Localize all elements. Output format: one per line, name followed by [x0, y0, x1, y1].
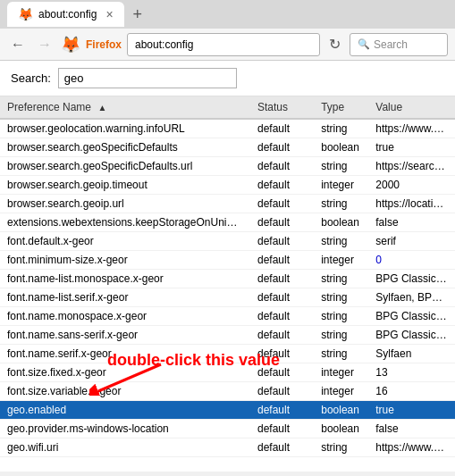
search-row: Search:	[0, 61, 455, 96]
pref-name: browser.search.geoSpecificDefaults.url	[0, 157, 250, 176]
address-bar[interactable]: about:config	[127, 33, 320, 56]
pref-name: browser.search.geoip.url	[0, 195, 250, 213]
table-row[interactable]: geo.provider.ms-windows-locationdefaultb…	[0, 420, 455, 438]
table-row[interactable]: browser.search.geoip.urldefaultstringhtt…	[0, 195, 455, 213]
pref-name: font.size.variable.x-geor	[0, 382, 250, 401]
pref-name: extensions.webextensions.keepStorageOnUn…	[0, 213, 250, 232]
forward-button[interactable]: →	[34, 34, 55, 55]
pref-value: https://www.googl	[368, 438, 455, 457]
table-row[interactable]: extensions.webextensions.keepStorageOnUn…	[0, 213, 455, 232]
new-tab-button[interactable]: +	[128, 5, 148, 24]
pref-type: string	[314, 195, 368, 213]
table-row[interactable]: browser.search.geoip.timeoutdefaultinteg…	[0, 176, 455, 195]
search-icon: 🔍	[358, 38, 370, 50]
tab-close-button[interactable]: ×	[105, 7, 113, 21]
table-row[interactable]: browser.search.geoSpecificDefaultsdefaul…	[0, 138, 455, 157]
pref-status: default	[250, 438, 314, 457]
pref-value: 0	[368, 251, 455, 270]
table-row[interactable]: geo.enableddefaultbooleantrue	[0, 401, 455, 420]
pref-name: font.size.fixed.x-geor	[0, 363, 250, 382]
pref-type: integer	[314, 176, 368, 195]
table-row[interactable]: font.default.x-geordefaultstringserif	[0, 232, 455, 251]
pref-name: font.name.monospace.x-geor	[0, 307, 250, 326]
pref-type: integer	[314, 382, 368, 401]
pref-type: string	[314, 232, 368, 251]
pref-status: default	[250, 307, 314, 326]
pref-type: string	[314, 270, 368, 288]
pref-type: string	[314, 438, 368, 457]
pref-type: string	[314, 326, 368, 345]
col-header-status[interactable]: Status	[250, 96, 314, 119]
pref-name: font.default.x-geor	[0, 232, 250, 251]
pref-value: false	[368, 213, 455, 232]
table-row[interactable]: font.size.variable.x-geordefaultinteger1…	[0, 382, 455, 401]
pref-status: default	[250, 270, 314, 288]
table-row[interactable]: browser.geolocation.warning.infoURLdefau…	[0, 119, 455, 138]
table-row[interactable]: font.name.sans-serif.x-geordefaultstring…	[0, 326, 455, 345]
table-header-row: Preference Name ▲ Status Type Value	[0, 96, 455, 119]
pref-type: integer	[314, 251, 368, 270]
pref-type: boolean	[314, 138, 368, 157]
col-header-value[interactable]: Value	[368, 96, 455, 119]
pref-type: boolean	[314, 420, 368, 438]
col-header-type[interactable]: Type	[314, 96, 368, 119]
search-input[interactable]	[58, 68, 237, 88]
active-tab[interactable]: 🦊 about:config ×	[7, 2, 124, 27]
pref-value: 2000	[368, 176, 455, 195]
nav-bar: ← → 🦊 Firefox about:config ↻ 🔍 Search	[0, 29, 455, 61]
sort-arrow: ▲	[97, 103, 106, 113]
pref-type: string	[314, 288, 368, 307]
pref-value: serif	[368, 232, 455, 251]
pref-type: string	[314, 345, 368, 363]
pref-status: default	[250, 157, 314, 176]
col-header-name[interactable]: Preference Name ▲	[0, 96, 250, 119]
pref-type: integer	[314, 363, 368, 382]
page-content: Search: double-click this value Preferen…	[0, 61, 455, 472]
back-button[interactable]: ←	[7, 34, 29, 55]
firefox-logo: 🦊	[61, 35, 80, 54]
pref-value: true	[368, 401, 455, 420]
pref-value: 16	[368, 382, 455, 401]
pref-name: font.name-list.serif.x-geor	[0, 288, 250, 307]
table-row[interactable]: font.name-list.serif.x-geordefaultstring…	[0, 288, 455, 307]
pref-status: default	[250, 176, 314, 195]
table-row[interactable]: font.name-list.monospace.x-geordefaultst…	[0, 270, 455, 288]
pref-value: https://search.servi	[368, 157, 455, 176]
pref-value: BPG Classic 99U	[368, 270, 455, 288]
pref-name: geo.enabled	[0, 401, 250, 420]
pref-status: default	[250, 382, 314, 401]
table-row[interactable]: font.name.serif.x-geordefaultstringSylfa…	[0, 345, 455, 363]
search-label-nav: Search	[374, 38, 408, 51]
tab-title: about:config	[38, 8, 97, 21]
pref-name: geo.provider.ms-windows-location	[0, 420, 250, 438]
pref-status: default	[250, 363, 314, 382]
search-label: Search:	[11, 71, 51, 85]
pref-type: string	[314, 157, 368, 176]
pref-status: default	[250, 420, 314, 438]
table-row[interactable]: geo.wifi.uridefaultstringhttps://www.goo…	[0, 438, 455, 457]
pref-type: boolean	[314, 401, 368, 420]
tab-bar: 🦊 about:config × +	[0, 0, 455, 29]
table-row[interactable]: font.size.fixed.x-geordefaultinteger13	[0, 363, 455, 382]
table-row[interactable]: font.minimum-size.x-geordefaultinteger0	[0, 251, 455, 270]
address-text: about:config	[135, 38, 193, 51]
pref-status: default	[250, 401, 314, 420]
pref-name: font.name-list.monospace.x-geor	[0, 270, 250, 288]
pref-value: https://location.se	[368, 195, 455, 213]
nav-search-box[interactable]: 🔍 Search	[350, 33, 448, 56]
table-row[interactable]: font.name.monospace.x-geordefaultstringB…	[0, 307, 455, 326]
pref-name: browser.search.geoip.timeout	[0, 176, 250, 195]
pref-value: BPG Classic 99U	[368, 326, 455, 345]
pref-status: default	[250, 288, 314, 307]
pref-status: default	[250, 213, 314, 232]
pref-status: default	[250, 345, 314, 363]
pref-name: font.name.sans-serif.x-geor	[0, 326, 250, 345]
pref-type: boolean	[314, 213, 368, 232]
pref-name: font.minimum-size.x-geor	[0, 251, 250, 270]
pref-name: font.name.serif.x-geor	[0, 345, 250, 363]
pref-type: string	[314, 119, 368, 138]
table-row[interactable]: browser.search.geoSpecificDefaults.urlde…	[0, 157, 455, 176]
pref-status: default	[250, 251, 314, 270]
pref-type: string	[314, 307, 368, 326]
reload-button[interactable]: ↻	[325, 36, 344, 53]
